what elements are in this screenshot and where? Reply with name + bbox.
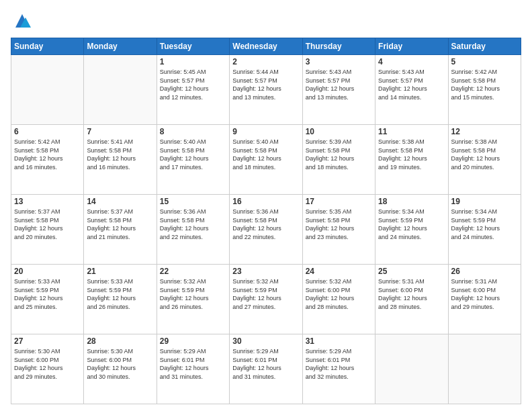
weekday-header: Thursday bbox=[302, 38, 375, 55]
day-info: Sunrise: 5:33 AM Sunset: 5:59 PM Dayligh… bbox=[14, 277, 81, 311]
day-info: Sunrise: 5:32 AM Sunset: 5:59 PM Dayligh… bbox=[160, 277, 226, 311]
calendar-cell bbox=[11, 55, 84, 125]
day-number: 5 bbox=[451, 57, 518, 66]
day-info: Sunrise: 5:29 AM Sunset: 6:01 PM Dayligh… bbox=[306, 347, 372, 381]
calendar-cell: 29Sunrise: 5:29 AM Sunset: 6:01 PM Dayli… bbox=[157, 334, 229, 404]
day-info: Sunrise: 5:38 AM Sunset: 5:58 PM Dayligh… bbox=[451, 138, 518, 171]
calendar-cell: 11Sunrise: 5:38 AM Sunset: 5:58 PM Dayli… bbox=[375, 125, 448, 195]
day-number: 9 bbox=[232, 127, 299, 136]
calendar-cell: 12Sunrise: 5:38 AM Sunset: 5:58 PM Dayli… bbox=[448, 125, 521, 195]
week-row: 1Sunrise: 5:45 AM Sunset: 5:57 PM Daylig… bbox=[11, 55, 521, 125]
calendar-cell: 3Sunrise: 5:43 AM Sunset: 5:57 PM Daylig… bbox=[302, 55, 375, 125]
day-info: Sunrise: 5:43 AM Sunset: 5:57 PM Dayligh… bbox=[306, 68, 372, 101]
calendar-cell: 17Sunrise: 5:35 AM Sunset: 5:58 PM Dayli… bbox=[302, 195, 375, 265]
day-info: Sunrise: 5:41 AM Sunset: 5:58 PM Dayligh… bbox=[87, 138, 153, 171]
logo bbox=[11, 11, 32, 31]
day-info: Sunrise: 5:39 AM Sunset: 5:58 PM Dayligh… bbox=[306, 138, 372, 171]
calendar-cell bbox=[448, 334, 521, 404]
day-info: Sunrise: 5:30 AM Sunset: 6:00 PM Dayligh… bbox=[14, 347, 81, 381]
calendar-cell bbox=[84, 55, 157, 125]
weekday-header: Friday bbox=[375, 38, 448, 55]
calendar-cell: 21Sunrise: 5:33 AM Sunset: 5:59 PM Dayli… bbox=[84, 265, 157, 334]
day-number: 26 bbox=[451, 267, 518, 276]
day-number: 31 bbox=[306, 336, 372, 346]
calendar-cell: 27Sunrise: 5:30 AM Sunset: 6:00 PM Dayli… bbox=[11, 334, 84, 404]
day-number: 8 bbox=[160, 127, 226, 136]
day-number: 22 bbox=[160, 267, 226, 276]
week-row: 27Sunrise: 5:30 AM Sunset: 6:00 PM Dayli… bbox=[11, 334, 521, 404]
day-number: 18 bbox=[378, 197, 445, 206]
day-info: Sunrise: 5:42 AM Sunset: 5:58 PM Dayligh… bbox=[14, 138, 81, 171]
day-number: 16 bbox=[232, 197, 299, 206]
day-number: 30 bbox=[232, 336, 299, 346]
day-number: 13 bbox=[14, 197, 81, 206]
day-number: 15 bbox=[160, 197, 226, 206]
day-number: 28 bbox=[87, 336, 153, 346]
weekday-header: Monday bbox=[84, 38, 157, 55]
day-info: Sunrise: 5:38 AM Sunset: 5:58 PM Dayligh… bbox=[378, 138, 445, 171]
calendar-cell: 23Sunrise: 5:32 AM Sunset: 5:59 PM Dayli… bbox=[230, 265, 302, 334]
day-number: 10 bbox=[306, 127, 372, 136]
calendar-cell: 13Sunrise: 5:37 AM Sunset: 5:58 PM Dayli… bbox=[11, 195, 84, 265]
calendar-cell: 24Sunrise: 5:32 AM Sunset: 6:00 PM Dayli… bbox=[302, 265, 375, 334]
day-info: Sunrise: 5:34 AM Sunset: 5:59 PM Dayligh… bbox=[378, 208, 445, 241]
day-info: Sunrise: 5:40 AM Sunset: 5:58 PM Dayligh… bbox=[160, 138, 226, 171]
day-info: Sunrise: 5:33 AM Sunset: 5:59 PM Dayligh… bbox=[87, 277, 153, 311]
day-number: 25 bbox=[378, 267, 445, 276]
day-info: Sunrise: 5:32 AM Sunset: 5:59 PM Dayligh… bbox=[232, 277, 299, 311]
day-info: Sunrise: 5:43 AM Sunset: 5:57 PM Dayligh… bbox=[378, 68, 445, 101]
day-info: Sunrise: 5:40 AM Sunset: 5:58 PM Dayligh… bbox=[232, 138, 299, 171]
day-number: 7 bbox=[87, 127, 153, 136]
day-number: 2 bbox=[232, 57, 299, 66]
day-number: 6 bbox=[14, 127, 81, 136]
page: SundayMondayTuesdayWednesdayThursdayFrid… bbox=[0, 0, 532, 411]
day-info: Sunrise: 5:30 AM Sunset: 6:00 PM Dayligh… bbox=[87, 347, 153, 381]
calendar-cell: 15Sunrise: 5:36 AM Sunset: 5:58 PM Dayli… bbox=[157, 195, 229, 265]
day-number: 1 bbox=[160, 57, 226, 66]
calendar-table: SundayMondayTuesdayWednesdayThursdayFrid… bbox=[11, 38, 521, 404]
calendar-cell: 18Sunrise: 5:34 AM Sunset: 5:59 PM Dayli… bbox=[375, 195, 448, 265]
calendar-cell: 9Sunrise: 5:40 AM Sunset: 5:58 PM Daylig… bbox=[230, 125, 302, 195]
calendar-cell: 26Sunrise: 5:31 AM Sunset: 6:00 PM Dayli… bbox=[448, 265, 521, 334]
calendar-cell bbox=[375, 334, 448, 404]
calendar-cell: 5Sunrise: 5:42 AM Sunset: 5:58 PM Daylig… bbox=[448, 55, 521, 125]
day-number: 4 bbox=[378, 57, 445, 66]
week-row: 6Sunrise: 5:42 AM Sunset: 5:58 PM Daylig… bbox=[11, 125, 521, 195]
day-number: 27 bbox=[14, 336, 81, 346]
weekday-header: Tuesday bbox=[157, 38, 229, 55]
day-info: Sunrise: 5:35 AM Sunset: 5:58 PM Dayligh… bbox=[306, 208, 372, 241]
day-number: 21 bbox=[87, 267, 153, 276]
calendar-cell: 19Sunrise: 5:34 AM Sunset: 5:59 PM Dayli… bbox=[448, 195, 521, 265]
day-info: Sunrise: 5:31 AM Sunset: 6:00 PM Dayligh… bbox=[378, 277, 445, 311]
day-info: Sunrise: 5:42 AM Sunset: 5:58 PM Dayligh… bbox=[451, 68, 518, 101]
calendar-cell: 4Sunrise: 5:43 AM Sunset: 5:57 PM Daylig… bbox=[375, 55, 448, 125]
calendar-cell: 14Sunrise: 5:37 AM Sunset: 5:58 PM Dayli… bbox=[84, 195, 157, 265]
calendar-cell: 6Sunrise: 5:42 AM Sunset: 5:58 PM Daylig… bbox=[11, 125, 84, 195]
calendar-cell: 10Sunrise: 5:39 AM Sunset: 5:58 PM Dayli… bbox=[302, 125, 375, 195]
day-info: Sunrise: 5:29 AM Sunset: 6:01 PM Dayligh… bbox=[232, 347, 299, 381]
day-number: 20 bbox=[14, 267, 81, 276]
weekday-header: Wednesday bbox=[230, 38, 302, 55]
day-number: 12 bbox=[451, 127, 518, 136]
calendar-cell: 25Sunrise: 5:31 AM Sunset: 6:00 PM Dayli… bbox=[375, 265, 448, 334]
calendar-cell: 1Sunrise: 5:45 AM Sunset: 5:57 PM Daylig… bbox=[157, 55, 229, 125]
day-number: 14 bbox=[87, 197, 153, 206]
calendar-cell: 16Sunrise: 5:36 AM Sunset: 5:58 PM Dayli… bbox=[230, 195, 302, 265]
calendar-cell: 8Sunrise: 5:40 AM Sunset: 5:58 PM Daylig… bbox=[157, 125, 229, 195]
day-info: Sunrise: 5:37 AM Sunset: 5:58 PM Dayligh… bbox=[14, 208, 81, 241]
calendar-cell: 7Sunrise: 5:41 AM Sunset: 5:58 PM Daylig… bbox=[84, 125, 157, 195]
weekday-header: Sunday bbox=[11, 38, 84, 55]
calendar-cell: 28Sunrise: 5:30 AM Sunset: 6:00 PM Dayli… bbox=[84, 334, 157, 404]
day-info: Sunrise: 5:34 AM Sunset: 5:59 PM Dayligh… bbox=[451, 208, 518, 241]
calendar-cell: 30Sunrise: 5:29 AM Sunset: 6:01 PM Dayli… bbox=[230, 334, 302, 404]
week-row: 13Sunrise: 5:37 AM Sunset: 5:58 PM Dayli… bbox=[11, 195, 521, 265]
day-number: 17 bbox=[306, 197, 372, 206]
weekday-header: Saturday bbox=[448, 38, 521, 55]
calendar-cell: 22Sunrise: 5:32 AM Sunset: 5:59 PM Dayli… bbox=[157, 265, 229, 334]
day-number: 24 bbox=[306, 267, 372, 276]
day-info: Sunrise: 5:44 AM Sunset: 5:57 PM Dayligh… bbox=[232, 68, 299, 101]
calendar-cell: 20Sunrise: 5:33 AM Sunset: 5:59 PM Dayli… bbox=[11, 265, 84, 334]
header-row: SundayMondayTuesdayWednesdayThursdayFrid… bbox=[11, 38, 521, 55]
day-number: 23 bbox=[232, 267, 299, 276]
day-info: Sunrise: 5:36 AM Sunset: 5:58 PM Dayligh… bbox=[160, 208, 226, 241]
